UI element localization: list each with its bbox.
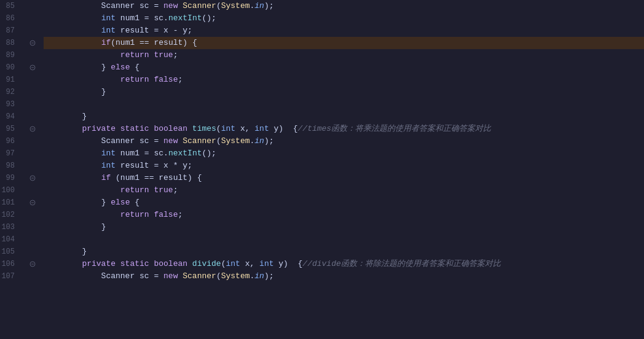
line-number-90: 90 [0,61,20,74]
code-line-88: if(num1 == result) { [44,37,644,49]
code-line-86: int num1 = sc.nextInt(); [44,12,644,25]
line-number-94: 94 [0,111,20,123]
line-number-99: 99 [0,172,20,184]
fold-91 [28,75,37,85]
fold-86 [28,14,37,23]
line-number-85: 85 [0,0,20,12]
fold-95[interactable] [28,124,37,134]
line-number-89: 89 [0,49,20,61]
code-line-107: Scanner sc = new Scanner(System.in); [44,270,644,282]
line-number-93: 93 [0,98,20,111]
code-line-95: private static boolean times(int x, int … [44,123,644,135]
fold-101[interactable] [28,198,37,208]
fold-96 [28,136,37,146]
code-line-102: return false; [44,209,644,221]
fold-gutter [28,0,39,339]
fold-104 [28,235,37,244]
line-number-107: 107 [0,270,20,282]
code-line-104 [44,233,644,246]
line-number-92: 92 [0,86,20,98]
fold-103 [28,222,37,232]
code-content: Scanner sc = new Scanner(System.in); int… [39,0,644,339]
code-line-99: if (num1 == result) { [44,172,644,184]
code-line-106: private static boolean divide(int x, int… [44,258,644,270]
code-editor: 85 86 87 88 89 90 91 92 93 94 95 96 97 9… [0,0,644,339]
line-number-88: 88 [0,37,20,49]
line-number-104: 104 [0,233,20,246]
fold-97 [28,149,37,158]
fold-94 [28,112,37,122]
line-number-101: 101 [0,197,20,209]
line-number-87: 87 [0,25,20,37]
code-line-103: } [44,221,644,233]
code-line-89: return true; [44,49,644,61]
line-number-91: 91 [0,74,20,86]
fold-99[interactable] [28,173,37,183]
fold-90[interactable] [28,63,37,72]
line-number-95: 95 [0,123,20,135]
line-number-98: 98 [0,160,20,172]
line-number-103: 103 [0,221,20,233]
line-number-100: 100 [0,184,20,197]
code-line-100: return true; [44,184,644,197]
fold-85 [28,1,37,11]
code-line-94: } [44,111,644,123]
fold-102 [28,210,37,220]
line-number-96: 96 [0,135,20,147]
line-number-97: 97 [0,147,20,160]
code-line-91: return false; [44,74,644,86]
fold-88[interactable] [28,38,37,48]
line-number-106: 106 [0,258,20,270]
code-line-93 [44,98,644,111]
line-number-86: 86 [0,12,20,25]
fold-89 [28,50,37,60]
fold-100 [28,185,37,195]
code-line-105: } [44,246,644,258]
code-line-87: int result = x - y; [44,25,644,37]
fold-98 [28,161,37,171]
line-number-105: 105 [0,246,20,258]
fold-87 [28,26,37,36]
line-number-gutter: 85 86 87 88 89 90 91 92 93 94 95 96 97 9… [0,0,28,339]
code-area: 85 86 87 88 89 90 91 92 93 94 95 96 97 9… [0,0,644,339]
code-line-90: } else { [44,61,644,74]
code-line-101: } else { [44,197,644,209]
code-line-98: int result = x * y; [44,160,644,172]
fold-107 [28,271,37,281]
fold-92 [28,87,37,97]
code-line-92: } [44,86,644,98]
code-line-97: int num1 = sc.nextInt(); [44,147,644,160]
fold-93 [28,99,37,109]
fold-105 [28,247,37,257]
code-line-96: Scanner sc = new Scanner(System.in); [44,135,644,147]
line-number-102: 102 [0,209,20,221]
fold-106[interactable] [28,259,37,269]
code-line-85: Scanner sc = new Scanner(System.in); [44,0,644,12]
